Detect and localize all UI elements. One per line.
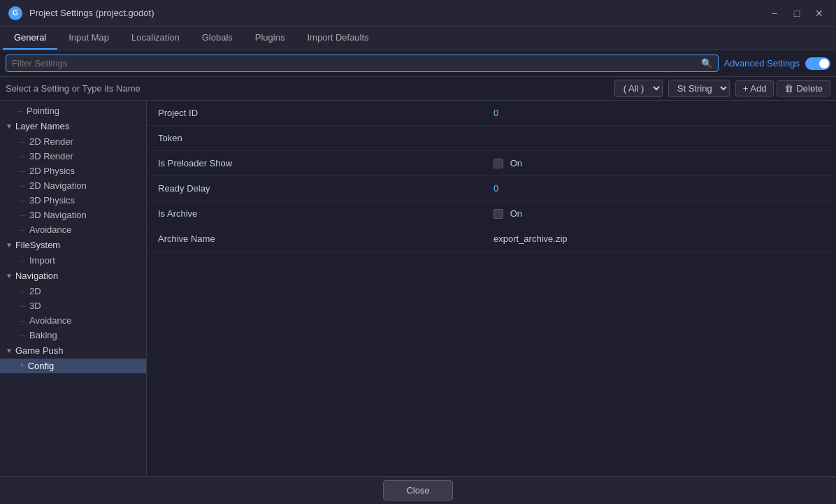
filter-input-wrap[interactable]: 🔍	[6, 55, 719, 72]
filter-row: 🔍 Advanced Settings	[0, 50, 836, 77]
sidebar-section-game-push[interactable]: ▼ Game Push	[0, 343, 146, 359]
advanced-settings-toggle[interactable]	[805, 57, 830, 70]
sidebar-item-avoidance-nav[interactable]: —Avoidance	[0, 313, 146, 328]
setting-selector-label: Select a Setting or Type its Name	[6, 83, 609, 94]
dot-icon: —	[20, 138, 25, 145]
dot-icon: —	[20, 153, 25, 159]
app-icon: G	[8, 6, 22, 20]
archive-checkbox[interactable]	[493, 209, 503, 219]
close-button[interactable]: ✕	[811, 5, 828, 22]
dot-icon: —	[20, 317, 25, 324]
setting-selector-row: Select a Setting or Type its Name ( All …	[0, 77, 836, 101]
sidebar-item-3d-physics[interactable]: —3D Physics	[0, 193, 146, 208]
chevron-down-icon: ▼	[6, 347, 13, 354]
sidebar-section-label-layer-names: Layer Names	[15, 121, 69, 131]
sidebar-item-3d-render[interactable]: —3D Render	[0, 149, 146, 164]
content-area: Project ID 0 Token Is Preloader Show On …	[147, 101, 836, 475]
dot-icon: —	[20, 226, 25, 233]
type-filter-string[interactable]: St String	[668, 80, 730, 97]
sidebar: — Pointing ▼ Layer Names —2D Render —3D …	[0, 101, 147, 475]
sidebar-item-2d-physics[interactable]: —2D Physics	[0, 164, 146, 178]
main-layout: — Pointing ▼ Layer Names —2D Render —3D …	[0, 101, 836, 475]
maximize-button[interactable]: □	[788, 5, 805, 22]
sidebar-section-layer-names[interactable]: ▼ Layer Names	[0, 118, 146, 134]
sidebar-item-2d-render[interactable]: —2D Render	[0, 134, 146, 149]
chevron-down-icon: ▼	[6, 122, 13, 130]
sidebar-item-3d[interactable]: —3D	[0, 298, 146, 313]
tab-input-map[interactable]: Input Map	[57, 27, 120, 50]
minimize-button[interactable]: −	[766, 5, 783, 22]
sidebar-item-avoidance-layer[interactable]: —Avoidance	[0, 222, 146, 237]
setting-label-archive: Is Archive	[147, 203, 482, 224]
dot-icon: —	[20, 257, 25, 264]
preloader-checkbox[interactable]	[493, 159, 503, 168]
add-button[interactable]: + Add	[735, 80, 774, 96]
dot-icon: —	[17, 108, 22, 114]
dot-icon: —	[20, 182, 25, 189]
sidebar-item-baking[interactable]: —Baking	[0, 328, 146, 343]
dot-icon: —	[20, 332, 25, 338]
setting-value-preloader[interactable]: On	[482, 152, 836, 175]
search-icon: 🔍	[701, 58, 712, 69]
sidebar-section-label-navigation: Navigation	[15, 271, 58, 281]
setting-value-project-id[interactable]: 0	[482, 102, 836, 124]
setting-row-project-id: Project ID 0	[147, 101, 836, 126]
advanced-settings-label: Advanced Settings	[724, 58, 800, 69]
main-wrapper: General Input Map Localization Globals P…	[0, 27, 836, 504]
window-title: Project Settings (project.godot)	[29, 8, 759, 18]
sidebar-item-import[interactable]: —Import	[0, 253, 146, 268]
dot-icon: └	[20, 363, 24, 369]
window-controls: − □ ✕	[766, 5, 828, 22]
archive-on-label: On	[510, 208, 522, 219]
sidebar-item-3d-navigation[interactable]: —3D Navigation	[0, 208, 146, 222]
preloader-on-label: On	[510, 158, 522, 168]
tab-bar: General Input Map Localization Globals P…	[0, 27, 836, 50]
dot-icon: —	[20, 303, 25, 309]
tab-general[interactable]: General	[3, 27, 57, 50]
setting-row-token: Token	[147, 126, 836, 151]
chevron-down-icon: ▼	[6, 241, 13, 249]
add-delete-buttons: + Add 🗑 Delete	[735, 80, 830, 96]
type-filter-all[interactable]: ( All )	[614, 80, 663, 97]
setting-value-archive[interactable]: On	[482, 203, 836, 225]
dot-icon: —	[20, 197, 25, 203]
sidebar-item-2d-navigation[interactable]: —2D Navigation	[0, 178, 146, 193]
setting-label-token: Token	[147, 127, 482, 149]
sidebar-section-label-filesystem: FileSystem	[15, 240, 60, 250]
sidebar-item-pointing[interactable]: — Pointing	[0, 103, 146, 118]
setting-row-ready-delay: Ready Delay 0	[147, 176, 836, 201]
tab-globals[interactable]: Globals	[191, 27, 244, 50]
setting-value-archive-name[interactable]: export_archive.zip	[482, 228, 836, 250]
tab-import-defaults[interactable]: Import Defaults	[296, 27, 380, 50]
dot-icon: —	[20, 168, 25, 174]
setting-value-token[interactable]	[482, 133, 836, 144]
setting-label-ready-delay: Ready Delay	[147, 178, 482, 199]
setting-value-ready-delay[interactable]: 0	[482, 178, 836, 199]
setting-label-archive-name: Archive Name	[147, 228, 482, 250]
setting-label-project-id: Project ID	[147, 102, 482, 124]
chevron-down-icon: ▼	[6, 272, 13, 280]
bottom-bar: Close	[0, 476, 836, 504]
title-bar: G Project Settings (project.godot) − □ ✕	[0, 0, 836, 27]
setting-row-archive-name: Archive Name export_archive.zip	[147, 226, 836, 252]
setting-label-preloader: Is Preloader Show	[147, 152, 482, 174]
dot-icon: —	[20, 288, 25, 294]
trash-icon: 🗑	[784, 83, 793, 94]
delete-button[interactable]: 🗑 Delete	[777, 80, 830, 96]
dot-icon: —	[20, 212, 25, 218]
close-dialog-button[interactable]: Close	[383, 480, 452, 501]
sidebar-section-label-game-push: Game Push	[15, 345, 64, 356]
setting-row-archive: Is Archive On	[147, 201, 836, 226]
filter-input[interactable]	[12, 58, 698, 69]
sidebar-section-navigation[interactable]: ▼ Navigation	[0, 268, 146, 284]
tab-localization[interactable]: Localization	[120, 27, 191, 50]
tab-plugins[interactable]: Plugins	[244, 27, 296, 50]
sidebar-item-2d[interactable]: —2D	[0, 284, 146, 298]
setting-row-preloader: Is Preloader Show On	[147, 151, 836, 176]
sidebar-item-config[interactable]: └Config	[0, 359, 146, 373]
sidebar-section-filesystem[interactable]: ▼ FileSystem	[0, 237, 146, 253]
